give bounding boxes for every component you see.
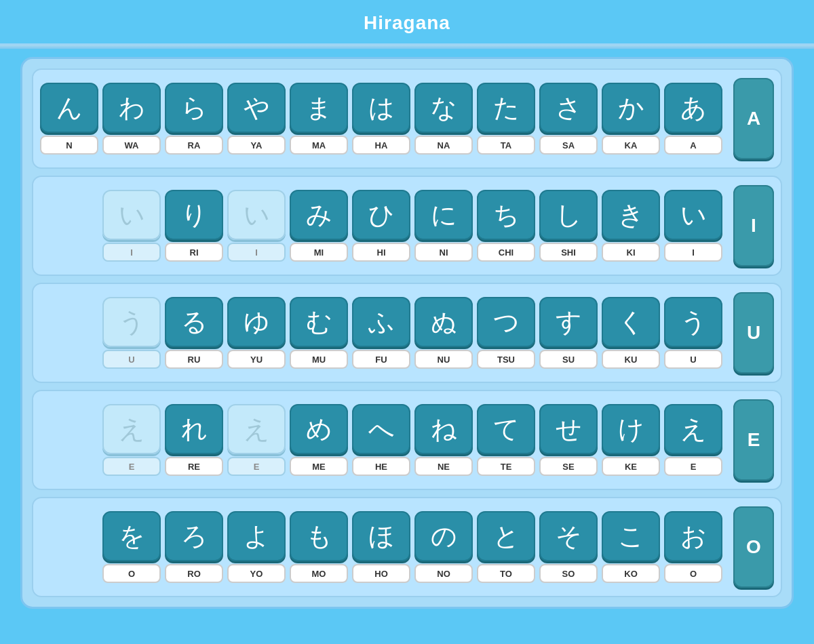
kana-card[interactable]: よYO [227, 511, 286, 583]
kana-romaji: YA [227, 136, 286, 155]
kana-romaji: MU [290, 350, 348, 369]
header: Hiragana [0, 0, 814, 43]
kana-romaji: HI [352, 243, 410, 262]
kana-card[interactable]: すSU [539, 297, 598, 369]
kana-card[interactable]: かKA [602, 83, 660, 155]
kana-character: す [539, 297, 598, 347]
kana-card[interactable]: おO [664, 511, 722, 583]
kana-romaji: O [102, 564, 161, 583]
kana-card[interactable]: へHE [352, 404, 410, 476]
kana-character: は [352, 83, 410, 133]
kana-character: も [290, 511, 348, 561]
kana-card[interactable]: てTE [477, 404, 535, 476]
kana-character: え [227, 404, 286, 454]
kana-card[interactable]: せSE [539, 404, 598, 476]
kana-romaji: SA [539, 136, 598, 155]
kana-card[interactable]: そSO [539, 511, 598, 583]
kana-romaji: A [664, 136, 722, 155]
kana-card[interactable]: えE [664, 404, 722, 476]
kana-character: こ [602, 511, 660, 561]
kana-character: へ [352, 404, 410, 454]
kana-romaji: FU [352, 350, 410, 369]
kana-card[interactable]: けKE [602, 404, 660, 476]
kana-card[interactable]: わWA [102, 83, 161, 155]
kana-romaji: TO [477, 564, 535, 583]
kana-card[interactable]: のNO [414, 511, 473, 583]
kana-character: り [165, 190, 223, 240]
kana-card[interactable]: ひHI [352, 190, 410, 262]
kana-card[interactable]: さSA [539, 83, 598, 155]
kana-card[interactable]: なNA [414, 83, 473, 155]
row-vowel-label: U [733, 292, 774, 374]
kana-card[interactable]: ゆYU [227, 297, 286, 369]
kana-card[interactable]: むMU [290, 297, 348, 369]
kana-card[interactable]: つTSU [477, 297, 535, 369]
kana-character: ま [290, 83, 348, 133]
kana-character: な [414, 83, 473, 133]
kana-card[interactable]: うU [102, 297, 161, 369]
kana-card[interactable]: いI [664, 190, 722, 262]
kana-card[interactable]: はHA [352, 83, 410, 155]
page-title: Hiragana [0, 12, 814, 34]
kana-character: い [664, 190, 722, 240]
kana-romaji: NU [414, 350, 473, 369]
kana-romaji: RA [165, 136, 223, 155]
row-vowel-label: O [733, 506, 774, 588]
kana-card[interactable]: りRI [165, 190, 223, 262]
kana-card[interactable]: えE [102, 404, 161, 476]
kana-character: つ [477, 297, 535, 347]
kana-romaji: KE [602, 457, 660, 476]
row-vowel-label: A [733, 78, 774, 159]
kana-card[interactable]: ぬNU [414, 297, 473, 369]
kana-card[interactable]: えE [227, 404, 286, 476]
kana-character: る [165, 297, 223, 347]
kana-character: ち [477, 190, 535, 240]
kana-card[interactable]: とTO [477, 511, 535, 583]
kana-card[interactable]: めME [290, 404, 348, 476]
kana-card[interactable]: もMO [290, 511, 348, 583]
kana-card[interactable]: たTA [477, 83, 535, 155]
kana-card[interactable]: らRA [165, 83, 223, 155]
kana-card[interactable]: ふFU [352, 297, 410, 369]
kana-romaji: KI [602, 243, 660, 262]
kana-card[interactable]: まMA [290, 83, 348, 155]
kana-character: ふ [352, 297, 410, 347]
row-u: うUるRUゆYUむMUふFUぬNUつTSUすSUくKUうUU [32, 283, 782, 383]
divider [0, 43, 814, 49]
kana-romaji: YU [227, 350, 286, 369]
kana-card[interactable]: やYA [227, 83, 286, 155]
kana-card[interactable]: みMI [290, 190, 348, 262]
kana-character: ゆ [227, 297, 286, 347]
kana-card[interactable]: ねNE [414, 404, 473, 476]
kana-character: ほ [352, 511, 410, 561]
kana-card[interactable]: しSHI [539, 190, 598, 262]
kana-romaji: U [664, 350, 722, 369]
kana-card[interactable]: いI [227, 190, 286, 262]
row-o: をOろROよYOもMOほHOのNOとTOそSOこKOおOO [32, 497, 782, 597]
kana-romaji: SE [539, 457, 598, 476]
kana-card[interactable]: をO [102, 511, 161, 583]
kana-card[interactable]: るRU [165, 297, 223, 369]
kana-card[interactable]: んN [40, 83, 98, 155]
kana-character: み [290, 190, 348, 240]
kana-character: て [477, 404, 535, 454]
kana-romaji: SHI [539, 243, 598, 262]
kana-character: れ [165, 404, 223, 454]
kana-card[interactable]: くKU [602, 297, 660, 369]
kana-character: む [290, 297, 348, 347]
kana-card[interactable]: ちCHI [477, 190, 535, 262]
row-vowel-label: E [733, 399, 774, 481]
kana-card[interactable]: きKI [602, 190, 660, 262]
kana-card[interactable]: れRE [165, 404, 223, 476]
kana-card[interactable]: にNI [414, 190, 473, 262]
kana-character: ね [414, 404, 473, 454]
kana-card[interactable]: あA [664, 83, 722, 155]
kana-card[interactable]: ほHO [352, 511, 410, 583]
kana-card[interactable]: こKO [602, 511, 660, 583]
kana-romaji: TE [477, 457, 535, 476]
kana-card[interactable]: いI [102, 190, 161, 262]
kana-romaji: I [664, 243, 722, 262]
kana-card[interactable]: ろRO [165, 511, 223, 583]
kana-romaji: RU [165, 350, 223, 369]
kana-card[interactable]: うU [664, 297, 722, 369]
